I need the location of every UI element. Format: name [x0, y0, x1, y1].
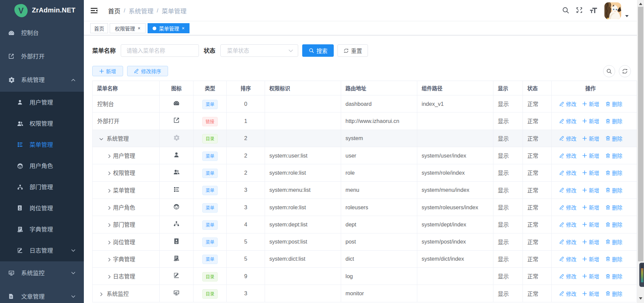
svg-text:V: V — [18, 6, 24, 15]
